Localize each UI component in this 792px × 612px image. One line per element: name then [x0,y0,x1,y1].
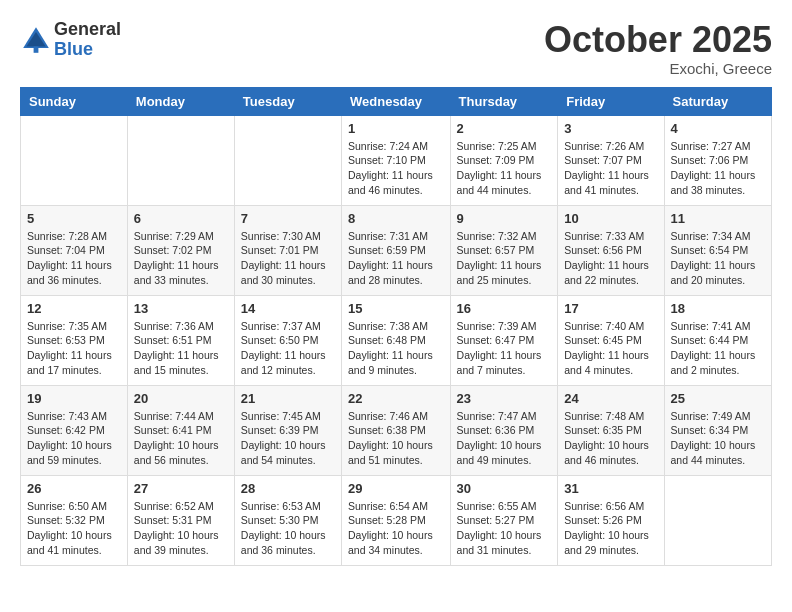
day-number: 3 [564,121,657,136]
calendar-day-cell: 30Sunrise: 6:55 AM Sunset: 5:27 PM Dayli… [450,475,558,565]
calendar-day-cell: 29Sunrise: 6:54 AM Sunset: 5:28 PM Dayli… [342,475,451,565]
day-info: Sunrise: 7:25 AM Sunset: 7:09 PM Dayligh… [457,139,552,198]
day-info: Sunrise: 7:47 AM Sunset: 6:36 PM Dayligh… [457,409,552,468]
calendar-day-cell: 31Sunrise: 6:56 AM Sunset: 5:26 PM Dayli… [558,475,664,565]
day-info: Sunrise: 7:26 AM Sunset: 7:07 PM Dayligh… [564,139,657,198]
day-info: Sunrise: 7:30 AM Sunset: 7:01 PM Dayligh… [241,229,335,288]
calendar-day-cell: 25Sunrise: 7:49 AM Sunset: 6:34 PM Dayli… [664,385,771,475]
day-number: 5 [27,211,121,226]
day-number: 24 [564,391,657,406]
day-number: 11 [671,211,765,226]
calendar-day-cell: 2Sunrise: 7:25 AM Sunset: 7:09 PM Daylig… [450,115,558,205]
calendar-header-monday: Monday [127,87,234,115]
day-info: Sunrise: 7:46 AM Sunset: 6:38 PM Dayligh… [348,409,444,468]
calendar-header-row: SundayMondayTuesdayWednesdayThursdayFrid… [21,87,772,115]
day-number: 18 [671,301,765,316]
calendar-day-cell: 10Sunrise: 7:33 AM Sunset: 6:56 PM Dayli… [558,205,664,295]
day-number: 17 [564,301,657,316]
day-number: 4 [671,121,765,136]
day-number: 21 [241,391,335,406]
calendar-day-cell [234,115,341,205]
day-number: 19 [27,391,121,406]
calendar-header-saturday: Saturday [664,87,771,115]
location: Exochi, Greece [544,60,772,77]
calendar-day-cell: 9Sunrise: 7:32 AM Sunset: 6:57 PM Daylig… [450,205,558,295]
day-number: 16 [457,301,552,316]
day-info: Sunrise: 6:50 AM Sunset: 5:32 PM Dayligh… [27,499,121,558]
day-info: Sunrise: 7:44 AM Sunset: 6:41 PM Dayligh… [134,409,228,468]
calendar-day-cell: 6Sunrise: 7:29 AM Sunset: 7:02 PM Daylig… [127,205,234,295]
day-info: Sunrise: 6:52 AM Sunset: 5:31 PM Dayligh… [134,499,228,558]
day-info: Sunrise: 6:56 AM Sunset: 5:26 PM Dayligh… [564,499,657,558]
calendar-day-cell: 11Sunrise: 7:34 AM Sunset: 6:54 PM Dayli… [664,205,771,295]
calendar-day-cell: 8Sunrise: 7:31 AM Sunset: 6:59 PM Daylig… [342,205,451,295]
calendar-week-row: 1Sunrise: 7:24 AM Sunset: 7:10 PM Daylig… [21,115,772,205]
day-number: 27 [134,481,228,496]
day-info: Sunrise: 7:38 AM Sunset: 6:48 PM Dayligh… [348,319,444,378]
day-number: 13 [134,301,228,316]
calendar-day-cell [127,115,234,205]
calendar-day-cell: 14Sunrise: 7:37 AM Sunset: 6:50 PM Dayli… [234,295,341,385]
day-number: 8 [348,211,444,226]
calendar-header-tuesday: Tuesday [234,87,341,115]
day-number: 30 [457,481,552,496]
day-info: Sunrise: 6:55 AM Sunset: 5:27 PM Dayligh… [457,499,552,558]
day-info: Sunrise: 7:41 AM Sunset: 6:44 PM Dayligh… [671,319,765,378]
day-info: Sunrise: 7:31 AM Sunset: 6:59 PM Dayligh… [348,229,444,288]
calendar-day-cell: 5Sunrise: 7:28 AM Sunset: 7:04 PM Daylig… [21,205,128,295]
calendar-day-cell: 22Sunrise: 7:46 AM Sunset: 6:38 PM Dayli… [342,385,451,475]
month-title: October 2025 [544,20,772,60]
day-number: 10 [564,211,657,226]
day-info: Sunrise: 7:35 AM Sunset: 6:53 PM Dayligh… [27,319,121,378]
day-info: Sunrise: 7:48 AM Sunset: 6:35 PM Dayligh… [564,409,657,468]
day-number: 2 [457,121,552,136]
calendar-day-cell: 28Sunrise: 6:53 AM Sunset: 5:30 PM Dayli… [234,475,341,565]
calendar-day-cell [21,115,128,205]
day-info: Sunrise: 7:28 AM Sunset: 7:04 PM Dayligh… [27,229,121,288]
day-number: 6 [134,211,228,226]
calendar-day-cell: 16Sunrise: 7:39 AM Sunset: 6:47 PM Dayli… [450,295,558,385]
day-number: 9 [457,211,552,226]
day-info: Sunrise: 7:40 AM Sunset: 6:45 PM Dayligh… [564,319,657,378]
day-number: 31 [564,481,657,496]
calendar-week-row: 19Sunrise: 7:43 AM Sunset: 6:42 PM Dayli… [21,385,772,475]
calendar-day-cell: 26Sunrise: 6:50 AM Sunset: 5:32 PM Dayli… [21,475,128,565]
day-info: Sunrise: 7:45 AM Sunset: 6:39 PM Dayligh… [241,409,335,468]
calendar-day-cell: 13Sunrise: 7:36 AM Sunset: 6:51 PM Dayli… [127,295,234,385]
calendar-day-cell: 23Sunrise: 7:47 AM Sunset: 6:36 PM Dayli… [450,385,558,475]
day-info: Sunrise: 7:43 AM Sunset: 6:42 PM Dayligh… [27,409,121,468]
logo-blue-text: Blue [54,40,121,60]
calendar-day-cell: 1Sunrise: 7:24 AM Sunset: 7:10 PM Daylig… [342,115,451,205]
day-info: Sunrise: 7:24 AM Sunset: 7:10 PM Dayligh… [348,139,444,198]
day-number: 28 [241,481,335,496]
day-info: Sunrise: 7:27 AM Sunset: 7:06 PM Dayligh… [671,139,765,198]
day-info: Sunrise: 7:49 AM Sunset: 6:34 PM Dayligh… [671,409,765,468]
calendar-day-cell: 19Sunrise: 7:43 AM Sunset: 6:42 PM Dayli… [21,385,128,475]
day-number: 14 [241,301,335,316]
day-info: Sunrise: 6:54 AM Sunset: 5:28 PM Dayligh… [348,499,444,558]
calendar-header-thursday: Thursday [450,87,558,115]
calendar-day-cell: 3Sunrise: 7:26 AM Sunset: 7:07 PM Daylig… [558,115,664,205]
day-info: Sunrise: 7:32 AM Sunset: 6:57 PM Dayligh… [457,229,552,288]
day-number: 25 [671,391,765,406]
day-number: 15 [348,301,444,316]
calendar-day-cell: 7Sunrise: 7:30 AM Sunset: 7:01 PM Daylig… [234,205,341,295]
day-number: 12 [27,301,121,316]
calendar-week-row: 26Sunrise: 6:50 AM Sunset: 5:32 PM Dayli… [21,475,772,565]
calendar-week-row: 12Sunrise: 7:35 AM Sunset: 6:53 PM Dayli… [21,295,772,385]
day-number: 23 [457,391,552,406]
day-info: Sunrise: 7:33 AM Sunset: 6:56 PM Dayligh… [564,229,657,288]
day-info: Sunrise: 6:53 AM Sunset: 5:30 PM Dayligh… [241,499,335,558]
calendar-day-cell: 15Sunrise: 7:38 AM Sunset: 6:48 PM Dayli… [342,295,451,385]
page-header: General Blue October 2025 Exochi, Greece [20,20,772,77]
calendar-day-cell: 18Sunrise: 7:41 AM Sunset: 6:44 PM Dayli… [664,295,771,385]
day-number: 26 [27,481,121,496]
calendar-day-cell: 12Sunrise: 7:35 AM Sunset: 6:53 PM Dayli… [21,295,128,385]
logo-icon [20,24,52,56]
calendar-table: SundayMondayTuesdayWednesdayThursdayFrid… [20,87,772,566]
logo: General Blue [20,20,121,60]
day-number: 1 [348,121,444,136]
svg-rect-2 [34,46,39,52]
day-number: 7 [241,211,335,226]
day-info: Sunrise: 7:34 AM Sunset: 6:54 PM Dayligh… [671,229,765,288]
